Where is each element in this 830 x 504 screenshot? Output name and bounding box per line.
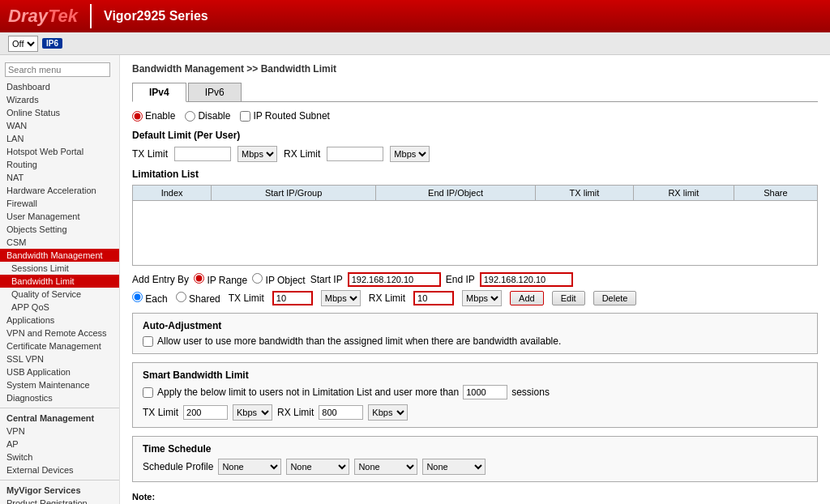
sidebar-item-objects[interactable]: Objects Setting xyxy=(0,223,119,236)
disable-label[interactable]: Disable xyxy=(185,110,230,122)
breadcrumb: Bandwidth Management >> Bandwidth Limit xyxy=(132,63,818,75)
shared-label[interactable]: Shared xyxy=(176,292,220,305)
sidebar-item-ssl-vpn[interactable]: SSL VPN xyxy=(0,352,119,365)
add-entry-row: Add Entry By IP Range IP Object Start IP… xyxy=(132,272,818,287)
auto-adjust-desc: Allow user to use more bandwidth than th… xyxy=(157,335,561,347)
col-rx-limit: RX limit xyxy=(633,186,734,201)
sidebar-item-qos[interactable]: Quality of Service xyxy=(0,288,119,301)
start-ip-input[interactable] xyxy=(348,272,441,287)
sidebar-item-nat[interactable]: NAT xyxy=(0,171,119,184)
tx-limit-input[interactable] xyxy=(174,147,231,161)
ip-routed-checkbox[interactable] xyxy=(240,111,250,122)
tab-ipv4[interactable]: IPv4 xyxy=(132,83,186,102)
smart-tx-input[interactable] xyxy=(183,405,228,420)
mode-select[interactable]: Off On xyxy=(8,36,38,52)
logo-dray: Dray xyxy=(8,6,48,26)
smart-rx-label: RX Limit xyxy=(277,407,314,418)
schedule-slot-1[interactable]: NoneSchedule 1Schedule 2 xyxy=(218,459,281,475)
col-share: Share xyxy=(734,186,817,201)
end-ip-input[interactable] xyxy=(480,272,573,287)
sidebar-item-sessions-limit[interactable]: Sessions Limit xyxy=(0,262,119,275)
header-divider xyxy=(90,4,92,28)
header: DrayTek Vigor2925 Series xyxy=(0,0,830,32)
sidebar-item-online-status[interactable]: Online Status xyxy=(0,106,119,119)
sidebar-item-central-ext[interactable]: External Devices xyxy=(0,463,119,476)
sidebar-item-vpn-remote[interactable]: VPN and Remote Access xyxy=(0,327,119,340)
ip-range-radio[interactable] xyxy=(194,273,204,284)
sidebar-item-bandwidth-limit[interactable]: Bandwidth Limit xyxy=(0,275,119,288)
enable-row: Enable Disable IP Routed Subnet xyxy=(132,110,818,122)
schedule-slot-3[interactable]: NoneSchedule 1Schedule 2 xyxy=(354,459,417,475)
rx-limit-input[interactable] xyxy=(327,147,383,161)
each-radio[interactable] xyxy=(132,292,143,302)
tab-bar: IPv4 IPv6 xyxy=(132,83,818,102)
rx-limit-label: RX Limit xyxy=(284,148,320,160)
limitation-table: Index Start IP/Group End IP/Object TX li… xyxy=(132,185,818,266)
sidebar-item-cert-mgmt[interactable]: Certificate Management xyxy=(0,340,119,352)
sidebar-item-firewall[interactable]: Firewall xyxy=(0,197,119,210)
sidebar-item-central-ap[interactable]: AP xyxy=(0,438,119,451)
tx-limit-label: TX Limit xyxy=(132,148,168,160)
logo-tek: Tek xyxy=(48,6,78,26)
sidebar-item-user-mgmt[interactable]: User Management xyxy=(0,210,119,223)
smart-tx-label: TX Limit xyxy=(143,407,178,418)
sidebar-item-central-switch[interactable]: Switch xyxy=(0,451,119,463)
ip-routed-label[interactable]: IP Routed Subnet xyxy=(240,110,330,122)
smart-bandwidth-checkbox[interactable] xyxy=(143,387,153,398)
col-tx-limit: TX limit xyxy=(535,186,633,201)
schedule-slot-2[interactable]: NoneSchedule 1Schedule 2 xyxy=(286,459,349,475)
each-label[interactable]: Each xyxy=(132,292,168,305)
shared-radio[interactable] xyxy=(176,292,186,302)
delete-button[interactable]: Delete xyxy=(593,291,637,305)
auto-adjust-check-label[interactable]: Allow user to use more bandwidth than th… xyxy=(143,335,807,347)
sidebar-item-applications[interactable]: Applications xyxy=(0,314,119,327)
smart-rx-input[interactable] xyxy=(319,405,363,420)
search-input[interactable] xyxy=(5,62,110,77)
add-entry-label: Add Entry By xyxy=(132,274,189,285)
ip-range-label[interactable]: IP Range xyxy=(194,273,247,286)
sidebar-item-bandwidth-mgmt[interactable]: Bandwidth Management xyxy=(0,249,119,262)
tx-unit-select[interactable]: MbpsKbpsGbps xyxy=(237,146,277,162)
note-section: Note: 1. Use "0" for TX/RX Limit for unl… xyxy=(132,490,818,504)
add-rx-limit-label: RX Limit xyxy=(369,293,405,304)
enable-radio[interactable] xyxy=(132,111,143,122)
edit-button[interactable]: Edit xyxy=(552,291,585,305)
smart-tx-unit[interactable]: KbpsMbps xyxy=(233,404,272,421)
sidebar-item-wan[interactable]: WAN xyxy=(0,119,119,132)
sidebar-divider-2 xyxy=(0,480,119,481)
add-rx-limit-input[interactable] xyxy=(413,291,454,305)
smart-rx-unit[interactable]: KbpsMbps xyxy=(368,404,408,421)
default-limit-title: Default Limit (Per User) xyxy=(132,130,818,141)
add-tx-unit-select[interactable]: MbpsKbpsGbps xyxy=(321,290,361,306)
disable-radio[interactable] xyxy=(185,111,195,122)
sidebar-item-csm[interactable]: CSM xyxy=(0,236,119,249)
sidebar-item-hotspot[interactable]: Hotspot Web Portal xyxy=(0,145,119,158)
sidebar-item-sys-maint[interactable]: System Maintenance xyxy=(0,378,119,391)
sidebar-item-product-reg[interactable]: Product Registration xyxy=(0,497,119,504)
sidebar-item-lan[interactable]: LAN xyxy=(0,132,119,145)
smart-sessions-label: sessions xyxy=(511,387,550,398)
ip-object-radio[interactable] xyxy=(252,273,263,284)
sidebar-item-routing[interactable]: Routing xyxy=(0,158,119,171)
sidebar-item-hw-accel[interactable]: Hardware Acceleration xyxy=(0,184,119,197)
enable-label[interactable]: Enable xyxy=(132,110,175,122)
schedule-slot-4[interactable]: NoneSchedule 1Schedule 2 xyxy=(422,459,486,475)
add-rx-unit-select[interactable]: MbpsKbpsGbps xyxy=(462,290,502,306)
sidebar-item-app-qos[interactable]: APP QoS xyxy=(0,301,119,314)
add-button[interactable]: Add xyxy=(510,291,544,305)
sidebar-item-dashboard[interactable]: Dashboard xyxy=(0,80,119,93)
add-tx-limit-input[interactable] xyxy=(272,291,313,305)
sidebar-item-usb[interactable]: USB Application xyxy=(0,365,119,378)
default-limit-row: TX Limit MbpsKbpsGbps RX Limit MbpsKbpsG… xyxy=(132,146,818,162)
sidebar-item-central-vpn[interactable]: VPN xyxy=(0,425,119,438)
smart-sessions-input[interactable] xyxy=(463,385,507,399)
rx-unit-select[interactable]: MbpsKbpsGbps xyxy=(390,146,430,162)
tab-ipv6[interactable]: IPv6 xyxy=(188,83,242,101)
sidebar-divider-1 xyxy=(0,408,119,408)
ip-object-label[interactable]: IP Object xyxy=(252,273,305,286)
sidebar-item-wizards[interactable]: Wizards xyxy=(0,93,119,106)
auto-adjust-checkbox[interactable] xyxy=(143,336,153,347)
col-end-ip: End IP/Object xyxy=(376,186,536,201)
sidebar-item-myvigor[interactable]: MyVigor Services xyxy=(0,484,119,497)
sidebar-item-diagnostics[interactable]: Diagnostics xyxy=(0,391,119,404)
